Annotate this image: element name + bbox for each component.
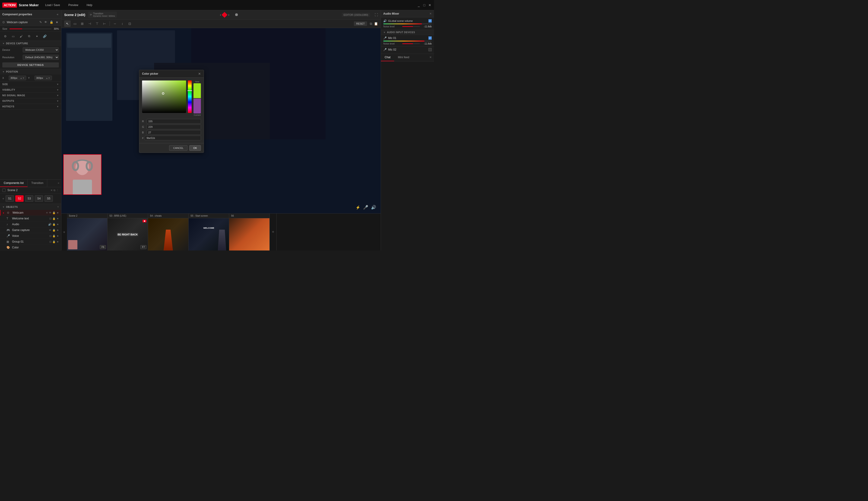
- color-tool[interactable]: 🖌: [18, 33, 24, 39]
- voice-lock[interactable]: 🔒: [52, 234, 56, 237]
- editor-resolution[interactable]: EDITOR (1920x1080): [342, 13, 370, 17]
- welcome-text-object[interactable]: T Welcome text ⊡ 🔒 ★: [0, 216, 61, 222]
- nav-load-save[interactable]: Load / Save: [43, 2, 62, 8]
- group-object[interactable]: ▦ Group 01 ⊡ 🔒 ★: [0, 239, 61, 245]
- film-add-left-button[interactable]: +: [62, 214, 67, 250]
- audio-action1[interactable]: 🔊: [48, 223, 52, 226]
- ok-button[interactable]: OK: [189, 145, 201, 151]
- cancel-button[interactable]: CANCEL: [169, 145, 187, 151]
- align-right-tool[interactable]: ⊢: [101, 20, 108, 27]
- mic1-vol-bar[interactable]: [383, 41, 432, 42]
- position-header[interactable]: ▼ POSITION: [0, 69, 61, 74]
- mic2-checkbox[interactable]: [428, 48, 432, 51]
- devices-expand-icon[interactable]: ▼: [383, 31, 386, 34]
- webcam-object[interactable]: ● ⊙ Webcam ✕ 👁 🔒 ★: [0, 210, 61, 216]
- voice-action1[interactable]: ⊡: [50, 234, 52, 237]
- film-start[interactable]: S5 - Start screen WELCOME: [189, 214, 229, 250]
- transition-tab[interactable]: Transition: [28, 180, 47, 187]
- collapse-bottom-icon[interactable]: «: [56, 180, 61, 187]
- transition-badge[interactable]: ⟳ Transition Dynamic move / 400ms: [88, 12, 117, 18]
- mic-bottom-icon[interactable]: 🎤: [363, 205, 368, 210]
- record-indicator[interactable]: ⏺: [234, 12, 239, 17]
- group-lock[interactable]: 🔒: [52, 240, 56, 243]
- webcam-visible-icon[interactable]: 👁: [44, 20, 48, 24]
- size-bar[interactable]: [10, 29, 52, 29]
- scene-s2-button[interactable]: S2: [15, 195, 24, 202]
- film-scene2[interactable]: Scene 2 F6: [67, 214, 108, 250]
- y-spinner[interactable]: ▲▼: [46, 77, 50, 79]
- g-input[interactable]: [147, 125, 201, 129]
- rectangle-tool[interactable]: ▭: [72, 20, 78, 27]
- link-tool[interactable]: 🔗: [42, 33, 48, 39]
- chat-close-icon[interactable]: ✕: [427, 54, 434, 61]
- x-spinner[interactable]: ▲▼: [20, 77, 24, 79]
- select-tool[interactable]: ↖: [64, 20, 71, 27]
- minimize-button[interactable]: ⎯: [417, 3, 420, 7]
- film-add-right-button[interactable]: +: [270, 214, 277, 250]
- hue-strip[interactable]: [188, 81, 191, 113]
- device-select[interactable]: Webcam CX350: [23, 47, 59, 52]
- device-capture-header[interactable]: ▼ DEVICE CAPTURE: [0, 41, 61, 46]
- audio-object[interactable]: ♪ Audio 🔊 🔒 ★: [0, 222, 61, 227]
- webcam-lock-icon[interactable]: 🔒: [49, 20, 54, 24]
- flip-v-tool[interactable]: ↕: [119, 20, 125, 27]
- game-lock[interactable]: 🔒: [52, 229, 56, 232]
- group-star[interactable]: ★: [56, 240, 59, 243]
- mini-feed-tab[interactable]: Mini feed: [394, 54, 413, 61]
- hex-input[interactable]: [145, 136, 201, 140]
- transform-tool[interactable]: ⚙: [2, 33, 8, 39]
- scene-s5-button[interactable]: S5: [44, 195, 53, 202]
- chat-tab[interactable]: Chat: [381, 54, 394, 61]
- webcam-obj-star[interactable]: ★: [56, 211, 59, 214]
- copy-icon[interactable]: ⧉: [370, 22, 372, 26]
- mic1-noise-bar[interactable]: [402, 43, 420, 44]
- device-settings-button[interactable]: DEVICE SETTINGS: [2, 62, 59, 67]
- lock-aspect-tool[interactable]: ⊡: [127, 20, 133, 27]
- duplicate-tool[interactable]: ⧉: [26, 33, 32, 39]
- close-right-panel-icon[interactable]: ✕: [429, 12, 432, 15]
- flip-h-tool[interactable]: ↔: [112, 20, 118, 27]
- b-input[interactable]: [147, 130, 201, 135]
- next-scene-arrow[interactable]: ›: [228, 13, 229, 17]
- add-object-icon[interactable]: +: [57, 205, 59, 209]
- close-button[interactable]: ✕: [428, 3, 432, 7]
- r-input[interactable]: [147, 119, 201, 124]
- fullscreen-icon[interactable]: ⛶: [375, 13, 378, 17]
- crop-tool[interactable]: ⊞: [79, 20, 86, 27]
- align-left-tool[interactable]: ⊣: [86, 20, 93, 27]
- nav-help[interactable]: Help: [85, 2, 94, 8]
- film-brb[interactable]: S3 - BRB (LIVE) ⏺ BE RIGHT BACK F7: [108, 214, 148, 250]
- webcam-edit-icon[interactable]: ✎: [39, 20, 42, 24]
- paste-icon[interactable]: 📋: [374, 22, 378, 25]
- scene-checkbox[interactable]: [2, 189, 6, 192]
- objects-header[interactable]: ▼ OBJECTS +: [0, 204, 61, 210]
- voice-object[interactable]: 🎤 Voice ⊡ 🔒 ★: [0, 233, 61, 239]
- align-center-tool[interactable]: ⊤: [94, 20, 100, 27]
- scene-del-icon[interactable]: ✕: [51, 189, 53, 192]
- game-visible[interactable]: 👁: [49, 229, 52, 232]
- prev-scene-arrow[interactable]: ‹: [220, 13, 221, 17]
- add-scene-icon[interactable]: +: [2, 197, 4, 200]
- scene-more-icon[interactable]: ⋮: [56, 189, 59, 192]
- scene-s3-button[interactable]: S3: [25, 195, 33, 202]
- shape-tool[interactable]: ▭: [10, 33, 16, 39]
- noise-bar[interactable]: [402, 26, 420, 27]
- webcam-obj-visible[interactable]: 👁: [49, 211, 52, 214]
- resolution-select[interactable]: Default (640x360, 30f/s): [23, 55, 59, 60]
- game-star[interactable]: ★: [56, 229, 59, 232]
- wt-action2[interactable]: 🔒: [52, 217, 56, 220]
- scene-s1-button[interactable]: S1: [6, 195, 14, 202]
- global-volume-checkbox[interactable]: ✓: [428, 19, 432, 22]
- film-cheats[interactable]: S4 - cheats: [148, 214, 189, 250]
- color-gradient[interactable]: [142, 81, 186, 113]
- effects-tool[interactable]: ✦: [34, 33, 40, 39]
- group-action1[interactable]: ⊡: [50, 240, 52, 243]
- film-s6[interactable]: S6: [229, 214, 270, 250]
- components-list-tab[interactable]: Components list: [0, 180, 28, 187]
- game-capture-object[interactable]: 🎮 Game capture 👁 🔒 ★: [0, 227, 61, 233]
- webcam-star-icon[interactable]: ★: [55, 20, 59, 24]
- webcam-obj-del[interactable]: ✕: [46, 211, 48, 214]
- voice-star[interactable]: ★: [56, 234, 59, 237]
- scene-copy-icon[interactable]: ⧉: [54, 189, 55, 192]
- nav-preview[interactable]: Preview: [66, 2, 80, 8]
